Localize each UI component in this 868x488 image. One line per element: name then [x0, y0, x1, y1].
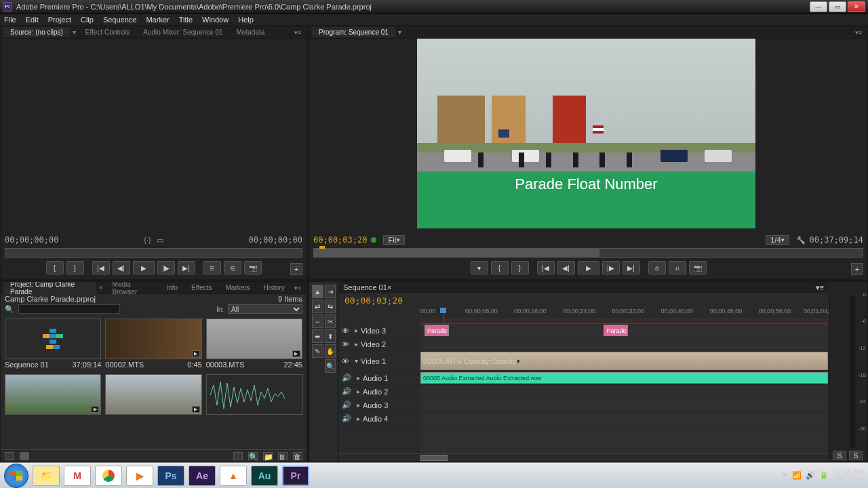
clip-title[interactable]: Parade L — [425, 325, 449, 336]
menu-file[interactable]: File — [4, 16, 16, 24]
close-button[interactable]: ✕ — [848, 1, 865, 12]
menu-project[interactable]: Project — [48, 16, 71, 24]
slide-tool[interactable]: ⬍ — [325, 329, 336, 343]
taskbar-explorer-icon[interactable]: 📁 — [33, 466, 60, 486]
program-fit-dropdown[interactable]: Fit ▾ — [383, 235, 404, 245]
menu-marker[interactable]: Marker — [146, 16, 169, 24]
src-step-back-button[interactable]: ◀| — [113, 261, 130, 274]
src-mark-in-button[interactable]: { — [46, 261, 64, 274]
automate-button[interactable] — [233, 452, 243, 460]
src-go-out-button[interactable]: ▶| — [178, 261, 195, 274]
minimize-button[interactable]: — — [810, 1, 827, 12]
speaker-icon[interactable]: 🔊 — [342, 414, 351, 423]
eye-icon[interactable]: 👁 — [342, 340, 349, 348]
taskbar-audition-icon[interactable]: Au — [251, 466, 278, 486]
start-button[interactable] — [4, 464, 28, 488]
menu-sequence[interactable]: Sequence — [103, 16, 137, 24]
menu-window[interactable]: Window — [202, 16, 229, 24]
track-select-tool[interactable]: ⇥ — [325, 285, 336, 298]
tab-timeline-close[interactable]: × — [387, 283, 391, 291]
new-item-button[interactable]: 🗎 — [278, 452, 288, 460]
speaker-icon[interactable]: 🔊 — [342, 387, 351, 396]
src-play-button[interactable]: ▶ — [133, 261, 155, 274]
tab-history[interactable]: History — [257, 283, 292, 293]
prog-add-button[interactable]: + — [851, 263, 863, 275]
taskbar-photoshop-icon[interactable]: Ps — [157, 466, 184, 486]
taskbar-aftereffects-icon[interactable]: Ae — [189, 466, 216, 486]
list-view-button[interactable] — [5, 452, 14, 460]
taskbar-wmp-icon[interactable]: ▶ — [126, 466, 153, 486]
zoom-tool[interactable]: 🔍 — [325, 359, 336, 373]
prog-step-back-button[interactable]: ◀| — [557, 261, 575, 274]
project-search-input[interactable] — [18, 304, 120, 314]
taskbar-gmail-icon[interactable]: M — [64, 466, 91, 486]
prog-go-out-button[interactable]: ▶| — [623, 261, 640, 274]
source-step-fwd-icon[interactable]: ▭ — [157, 236, 163, 245]
timeline-panel-menu[interactable]: ▾≡ — [816, 283, 824, 292]
tab-program[interactable]: Program: Sequence 01 — [312, 27, 395, 37]
source-panel-menu[interactable]: ▾≡ — [292, 29, 304, 36]
program-scrub-bar[interactable] — [313, 248, 863, 258]
prog-out-button[interactable]: } — [511, 261, 529, 274]
timeline-zoom-scrollbar[interactable] — [339, 453, 828, 462]
rate-stretch-tool[interactable]: ↔ — [312, 314, 323, 328]
bin-item[interactable]: ▶ 00002.MTS0:45 — [105, 319, 201, 370]
speaker-icon[interactable]: 🔊 — [342, 401, 351, 409]
tray-flag-icon[interactable]: ⚑ — [781, 471, 788, 480]
prog-export-frame-button[interactable]: 📷 — [689, 261, 707, 274]
project-filter-dropdown[interactable]: All — [228, 304, 302, 314]
source-scrub-bar[interactable] — [5, 248, 302, 258]
tab-source-dropdown[interactable]: ▾ — [70, 28, 79, 36]
tray-battery-icon[interactable]: 🔋 — [819, 471, 829, 480]
tab-audio-mixer[interactable]: Audio Mixer: Sequence 01 — [136, 27, 229, 37]
delete-button[interactable]: 🗑 — [293, 452, 302, 460]
src-mark-out-button[interactable]: } — [66, 261, 84, 274]
slip-tool[interactable]: ⬌ — [312, 329, 323, 343]
bin-item[interactable]: Sequence 0137;09;14 — [5, 319, 101, 370]
razor-tool[interactable]: ✂ — [325, 314, 336, 328]
prog-lift-button[interactable]: ⎋ — [648, 261, 666, 274]
src-step-fwd-button[interactable]: |▶ — [157, 261, 175, 274]
rolling-tool[interactable]: ⇆ — [325, 300, 336, 313]
tab-metadata[interactable]: Metadata — [230, 27, 272, 37]
source-tc-in[interactable]: 00;00;00;00 — [5, 235, 58, 245]
tab-effect-controls[interactable]: Effect Controls — [79, 27, 136, 37]
solo-button[interactable]: S — [849, 451, 863, 460]
source-viewer[interactable] — [1, 39, 307, 223]
taskbar-chrome-icon[interactable] — [95, 466, 122, 486]
ripple-tool[interactable]: ⇄ — [312, 300, 323, 313]
clip-title[interactable]: Parade L — [604, 325, 628, 336]
restore-button[interactable]: ▭ — [829, 1, 846, 12]
src-export-frame-button[interactable]: 📷 — [244, 261, 262, 274]
new-bin-button[interactable]: 📁 — [263, 452, 273, 460]
pen-tool[interactable]: ✎ — [312, 344, 323, 358]
tab-info[interactable]: Info — [159, 283, 184, 293]
tab-project-close[interactable]: × — [96, 284, 106, 291]
timeline-ruler[interactable]: 00;00 00;00;08;00 00;00;16;00 00;00;24;0… — [420, 308, 828, 324]
timeline-timecode[interactable]: 00;00;03;20 — [344, 296, 403, 306]
tab-program-dropdown[interactable]: ▾ — [395, 28, 404, 36]
tray-clock[interactable]: 11:38 AM6/4/2013 — [833, 468, 864, 483]
hand-tool[interactable]: ✋ — [325, 344, 336, 358]
source-step-back-icon[interactable]: {·} — [144, 236, 151, 244]
src-go-in-button[interactable]: |◀ — [92, 261, 110, 274]
program-viewer[interactable]: Parade Float Number — [417, 39, 755, 228]
speaker-icon[interactable]: 🔊 — [342, 373, 351, 382]
src-add-button[interactable]: + — [290, 263, 302, 275]
tab-markers[interactable]: Markers — [218, 283, 256, 293]
prog-in-button[interactable]: { — [491, 261, 509, 274]
tab-effects[interactable]: Effects — [184, 283, 218, 293]
eye-icon[interactable]: 👁 — [342, 327, 349, 335]
icon-view-button[interactable] — [20, 452, 29, 460]
solo-button[interactable]: S — [833, 451, 846, 460]
bin-item[interactable]: ▶ 00003.MTS22:45 — [206, 319, 302, 370]
program-tc-current[interactable]: 00;00;03;20 — [313, 235, 367, 245]
menu-edit[interactable]: Edit — [26, 16, 39, 24]
clip-video[interactable]: 00005.MTS Opacity:Opacity ▾ — [420, 352, 828, 370]
taskbar-premiere-icon[interactable]: Pr — [282, 466, 309, 486]
prog-play-button[interactable]: ▶ — [578, 261, 599, 274]
prog-step-fwd-button[interactable]: |▶ — [602, 261, 620, 274]
eye-icon[interactable]: 👁 — [342, 357, 349, 365]
timeline-tracks[interactable]: Parade L Parade L 00005.MTS Opacity:Opac… — [420, 324, 828, 452]
settings-icon[interactable]: 🔧 — [796, 236, 806, 245]
